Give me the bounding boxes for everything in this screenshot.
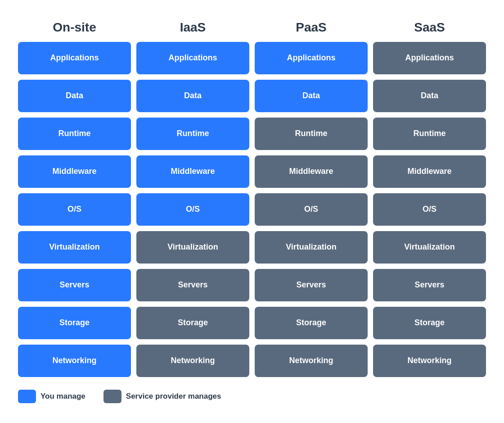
main-container: On-siteIaaSPaaSSaaS ApplicationsApplicat… [14, 11, 490, 412]
cell-row5-col3: Virtualization [373, 231, 486, 264]
cell-row4-col2: O/S [255, 193, 368, 226]
cell-row0-col2: Applications [255, 42, 368, 74]
cell-row6-col0: Servers [18, 269, 131, 301]
cell-row6-col3: Servers [373, 269, 486, 301]
cell-row1-col1: Data [136, 80, 249, 112]
cell-row3-col1: Middleware [136, 155, 249, 188]
cell-row3-col3: Middleware [373, 155, 486, 188]
cell-row7-col2: Storage [255, 307, 368, 339]
cell-row0-col0: Applications [18, 42, 131, 74]
cell-row7-col0: Storage [18, 307, 131, 339]
cell-row0-col1: Applications [136, 42, 249, 74]
gray-swatch [104, 390, 122, 403]
cell-row6-col2: Servers [255, 269, 368, 301]
cell-row4-col1: O/S [136, 193, 249, 226]
cell-row4-col3: O/S [373, 193, 486, 226]
provider-manages-label: Service provider manages [126, 392, 221, 401]
cell-row5-col1: Virtualization [136, 231, 249, 264]
grid: ApplicationsApplicationsApplicationsAppl… [14, 42, 490, 377]
cell-row0-col3: Applications [373, 42, 486, 74]
col-header-saas: SaaS [373, 20, 486, 35]
you-manage-label: You manage [40, 392, 86, 401]
legend-provider-manages: Service provider manages [104, 390, 221, 403]
cell-row1-col2: Data [255, 80, 368, 112]
cell-row4-col0: O/S [18, 193, 131, 226]
cell-row2-col1: Runtime [136, 118, 249, 150]
blue-swatch [18, 390, 36, 403]
cell-row8-col1: Networking [136, 345, 249, 377]
col-header-on-site: On-site [18, 20, 131, 35]
cell-row5-col2: Virtualization [255, 231, 368, 264]
legend: You manage Service provider manages [14, 390, 490, 403]
cell-row7-col1: Storage [136, 307, 249, 339]
cell-row2-col2: Runtime [255, 118, 368, 150]
cell-row3-col2: Middleware [255, 155, 368, 188]
cell-row8-col2: Networking [255, 345, 368, 377]
col-header-paas: PaaS [255, 20, 368, 35]
legend-you-manage: You manage [18, 390, 86, 403]
cell-row1-col3: Data [373, 80, 486, 112]
cell-row8-col3: Networking [373, 345, 486, 377]
cell-row6-col1: Servers [136, 269, 249, 301]
cell-row5-col0: Virtualization [18, 231, 131, 264]
cell-row8-col0: Networking [18, 345, 131, 377]
cell-row2-col0: Runtime [18, 118, 131, 150]
cell-row7-col3: Storage [373, 307, 486, 339]
cell-row3-col0: Middleware [18, 155, 131, 188]
cell-row2-col3: Runtime [373, 118, 486, 150]
col-header-iaas: IaaS [136, 20, 249, 35]
cell-row1-col0: Data [18, 80, 131, 112]
column-headers: On-siteIaaSPaaSSaaS [14, 20, 490, 35]
